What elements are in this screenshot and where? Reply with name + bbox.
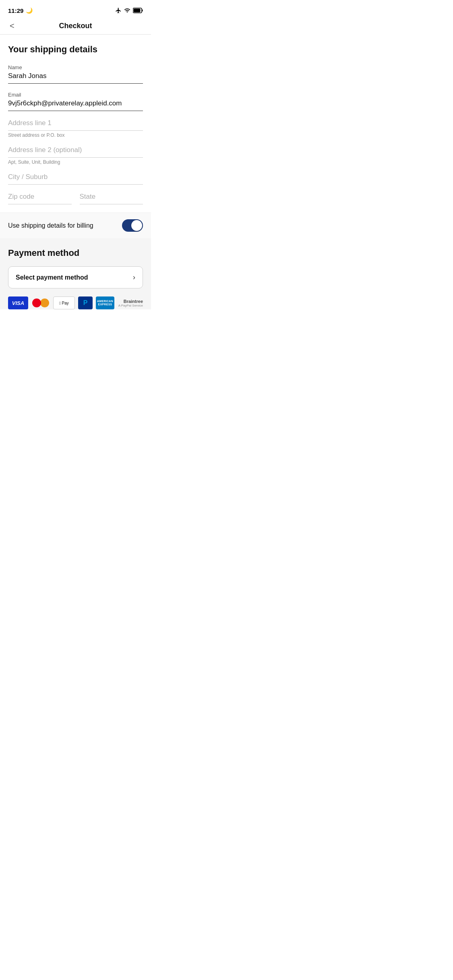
name-value[interactable]: Sarah Jonas bbox=[8, 72, 143, 84]
mc-red-circle bbox=[32, 299, 41, 307]
mastercard-logo bbox=[31, 296, 50, 309]
address-line1-hint: Street address or P.O. box bbox=[8, 132, 143, 138]
wifi-icon bbox=[124, 7, 130, 14]
mc-orange-circle bbox=[40, 299, 49, 307]
toggle-knob bbox=[131, 220, 142, 231]
braintree-logo: Braintree A PayPal Service bbox=[118, 299, 143, 307]
state-input[interactable]: State bbox=[80, 193, 143, 204]
billing-toggle-label: Use shipping details for billing bbox=[8, 222, 93, 229]
address-line2-input[interactable]: Address line 2 (optional) bbox=[8, 146, 143, 158]
city-input[interactable]: City / Suburb bbox=[8, 173, 143, 185]
status-bar: 11:29 🌙 bbox=[0, 0, 151, 18]
payment-select-label: Select payment method bbox=[16, 274, 88, 281]
zip-input[interactable]: Zip code bbox=[8, 193, 72, 204]
payment-chevron-icon: › bbox=[133, 273, 135, 282]
status-icons bbox=[115, 7, 143, 14]
amex-logo: AMERICANEXPRESS bbox=[96, 296, 114, 309]
address-line2-hint: Apt, Suite, Unit, Building bbox=[8, 159, 143, 165]
time-display: 11:29 bbox=[8, 7, 23, 14]
paypal-logo: P bbox=[78, 296, 93, 309]
svg-rect-2 bbox=[142, 10, 143, 12]
state-field-group: State bbox=[80, 193, 143, 204]
payment-section-title: Payment method bbox=[8, 248, 143, 258]
battery-icon bbox=[133, 8, 143, 13]
nav-bar: < Checkout bbox=[0, 18, 151, 35]
address-line1-input[interactable]: Address line 1 bbox=[8, 119, 143, 131]
visa-logo: VISA bbox=[8, 296, 28, 309]
back-button[interactable]: < bbox=[8, 20, 16, 32]
paypal-label: P bbox=[83, 299, 88, 307]
status-time: 11:29 🌙 bbox=[8, 7, 33, 14]
applepay-label:  Pay bbox=[59, 301, 69, 305]
zip-state-row: Zip code State bbox=[8, 193, 143, 204]
email-value[interactable]: 9vj5r6ckph@privaterelay.appleid.com bbox=[8, 99, 143, 111]
page-title: Checkout bbox=[59, 22, 92, 30]
address-line2-field-group: Address line 2 (optional) Apt, Suite, Un… bbox=[8, 146, 143, 165]
shipping-section-title: Your shipping details bbox=[8, 44, 143, 55]
name-label: Name bbox=[8, 64, 143, 70]
billing-toggle[interactable] bbox=[122, 219, 143, 232]
address-line1-field-group: Address line 1 Street address or P.O. bo… bbox=[8, 119, 143, 138]
email-label: Email bbox=[8, 92, 143, 98]
svg-rect-1 bbox=[134, 9, 141, 12]
email-field-group: Email 9vj5r6ckph@privaterelay.appleid.co… bbox=[8, 92, 143, 111]
braintree-sub: A PayPal Service bbox=[118, 304, 143, 307]
payment-section: Payment method Select payment method › V… bbox=[0, 238, 151, 309]
billing-toggle-row: Use shipping details for billing bbox=[0, 212, 151, 238]
amex-label: AMERICANEXPRESS bbox=[97, 300, 113, 307]
select-payment-method-button[interactable]: Select payment method › bbox=[8, 266, 143, 288]
payment-logos-row: VISA  Pay P AMERICANEXPRESS Braintree A… bbox=[8, 296, 143, 309]
moon-icon: 🌙 bbox=[26, 7, 33, 14]
braintree-label: Braintree bbox=[118, 299, 143, 304]
main-content: Your shipping details Name Sarah Jonas E… bbox=[0, 35, 151, 238]
zip-field-group: Zip code bbox=[8, 193, 72, 204]
city-field-group: City / Suburb bbox=[8, 173, 143, 185]
airplane-icon bbox=[115, 7, 122, 14]
applepay-logo:  Pay bbox=[53, 296, 75, 309]
name-field-group: Name Sarah Jonas bbox=[8, 64, 143, 84]
